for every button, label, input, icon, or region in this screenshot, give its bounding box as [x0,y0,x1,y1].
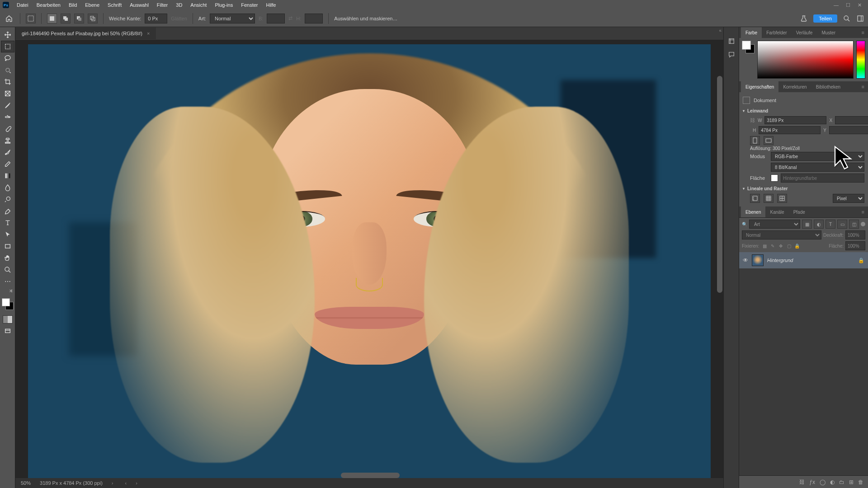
properties-panel-menu-icon[interactable]: ≡ [860,84,866,89]
new-selection-icon[interactable] [47,14,57,23]
rectangle-tool[interactable] [1,240,14,252]
add-selection-icon[interactable] [61,14,71,23]
orientation-landscape-icon[interactable] [764,136,774,145]
ruler-icon[interactable] [750,194,760,203]
comments-panel-icon[interactable] [726,50,736,60]
status-prev-icon[interactable]: ‹ [125,480,127,486]
layer-row[interactable]: 👁 Hintergrund 🔒 [739,252,868,268]
history-brush-tool[interactable] [1,146,14,158]
vertical-scrollbar[interactable] [717,76,722,293]
filter-smart-icon[interactable]: ◫ [849,220,859,229]
document-tab[interactable]: girl-1846490 Pexels auf Pixabay.jpg bei … [15,28,156,39]
tool-preset-picker[interactable] [26,14,36,23]
layer-fx-icon[interactable]: ƒx [809,479,815,485]
quick-mask-toggle[interactable] [3,315,13,324]
color-picker-field[interactable] [757,41,854,79]
layer-visibility-icon[interactable]: 👁 [743,257,748,263]
tab-verlaeufe[interactable]: Verläufe [792,27,817,38]
canvas-width-input[interactable] [764,116,826,124]
bit-depth-select[interactable]: 8 Bit/Kanal [771,163,864,172]
menu-3d[interactable]: 3D [172,2,186,8]
dodge-tool[interactable] [1,193,14,205]
lock-transparency-icon[interactable]: ▦ [761,242,768,249]
canvas-x-input[interactable] [835,116,868,124]
layer-name[interactable]: Hintergrund [767,258,793,263]
filter-adjust-icon[interactable]: ◐ [814,220,824,229]
guides-icon[interactable] [777,194,787,203]
swap-colors-icon[interactable]: ⤭ [1,287,14,294]
filter-toggle[interactable] [861,222,865,226]
history-panel-icon[interactable] [726,36,736,46]
status-next-icon[interactable]: › [136,480,137,486]
horizontal-scrollbar[interactable] [341,473,400,478]
clone-stamp-tool[interactable] [1,135,14,146]
fill-select[interactable] [781,174,864,183]
rulers-section-header[interactable]: Lineale und Raster [743,183,864,193]
menu-edit[interactable]: Bearbeiten [33,2,65,8]
tab-bibliotheken[interactable]: Bibliotheken [811,81,845,92]
frame-tool[interactable] [1,88,14,99]
foreground-color-swatch[interactable] [2,298,10,306]
marquee-tool[interactable] [1,41,14,52]
menu-file[interactable]: Datei [13,2,33,8]
menu-layer[interactable]: Ebene [81,2,104,8]
filter-type-icon[interactable]: T [826,220,835,229]
menu-filter[interactable]: Filter [153,2,172,8]
tab-farbe[interactable]: Farbe [741,27,762,38]
beaker-icon[interactable] [800,14,808,23]
crop-tool[interactable] [1,76,14,88]
lock-all-icon[interactable]: 🔒 [793,242,801,249]
intersect-selection-icon[interactable] [88,14,98,23]
edit-toolbar-button[interactable]: ⋯ [1,276,14,287]
filter-shape-icon[interactable]: ▭ [837,220,847,229]
hand-tool[interactable] [1,252,14,264]
opacity-input[interactable] [845,230,865,239]
menu-image[interactable]: Bild [65,2,81,8]
path-select-tool[interactable] [1,229,14,240]
quick-select-tool[interactable] [1,64,14,76]
zoom-tool[interactable] [1,264,14,276]
select-and-mask-button[interactable]: Auswählen und maskieren… [334,16,397,21]
tab-muster[interactable]: Muster [817,27,840,38]
menu-view[interactable]: Ansicht [186,2,211,8]
status-arrow-icon[interactable]: › [112,480,113,486]
type-tool[interactable] [1,217,14,229]
canvas-y-input[interactable] [829,126,868,134]
layer-locked-icon[interactable]: 🔒 [858,258,864,263]
window-minimize-icon[interactable]: — [834,2,839,8]
share-button[interactable]: Teilen [813,14,837,23]
link-layers-icon[interactable]: ⛓ [799,479,805,485]
tab-korrekturen[interactable]: Korrekturen [778,81,811,92]
layer-group-icon[interactable]: 🗀 [839,479,844,485]
color-swatches[interactable] [0,298,15,314]
orientation-portrait-icon[interactable] [750,136,760,145]
healing-brush-tool[interactable] [1,111,14,123]
eyedropper-tool[interactable] [1,99,14,111]
layer-fill-input[interactable] [845,241,865,250]
lock-pixels-icon[interactable]: ✎ [769,242,776,249]
color-panel-menu-icon[interactable]: ≡ [860,30,866,35]
lock-artboard-icon[interactable]: ▢ [785,242,793,249]
feather-input[interactable] [145,14,167,23]
subtract-selection-icon[interactable] [74,14,84,23]
adjustment-layer-icon[interactable]: ◐ [830,479,835,485]
layer-thumbnail[interactable] [752,254,764,266]
close-tab-icon[interactable]: × [147,31,150,36]
panel-color-swatches[interactable] [742,41,755,53]
canvas[interactable] [28,44,711,488]
style-select[interactable]: Normal [210,14,255,23]
panel-fg-swatch[interactable] [742,41,751,50]
menu-select[interactable]: Auswahl [126,2,153,8]
blend-mode-select[interactable]: Normal [742,230,821,239]
gradient-tool[interactable] [1,170,14,182]
move-tool[interactable] [1,29,14,41]
layer-mask-icon[interactable]: ◯ [820,479,826,485]
grid-icon[interactable] [764,194,774,203]
tab-kanaele[interactable]: Kanäle [765,206,788,217]
fill-color-swatch[interactable] [771,174,778,182]
pen-tool[interactable] [1,205,14,217]
screen-mode-button[interactable] [1,325,14,337]
tab-farbfelder[interactable]: Farbfelder [762,27,792,38]
menu-help[interactable]: Hilfe [262,2,280,8]
workspace-icon[interactable] [856,14,864,23]
